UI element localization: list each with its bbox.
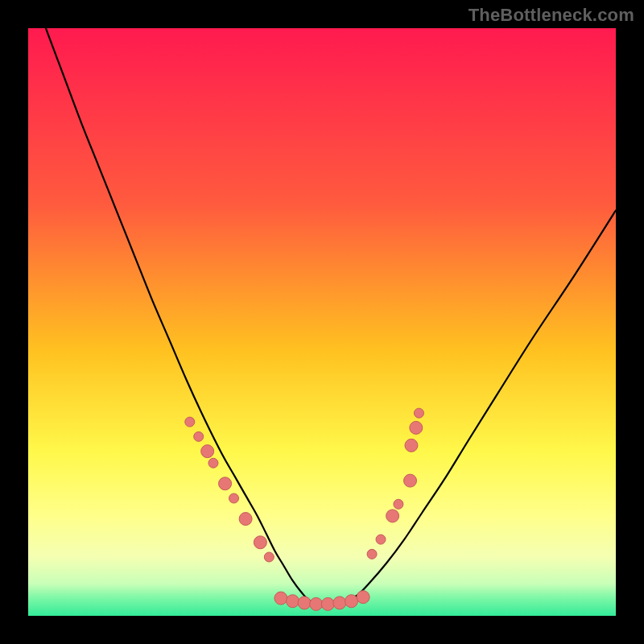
background-gradient bbox=[28, 28, 616, 616]
watermark-text: TheBottleneck.com bbox=[469, 5, 634, 26]
svg-rect-0 bbox=[28, 28, 616, 616]
plot-area bbox=[28, 28, 616, 616]
